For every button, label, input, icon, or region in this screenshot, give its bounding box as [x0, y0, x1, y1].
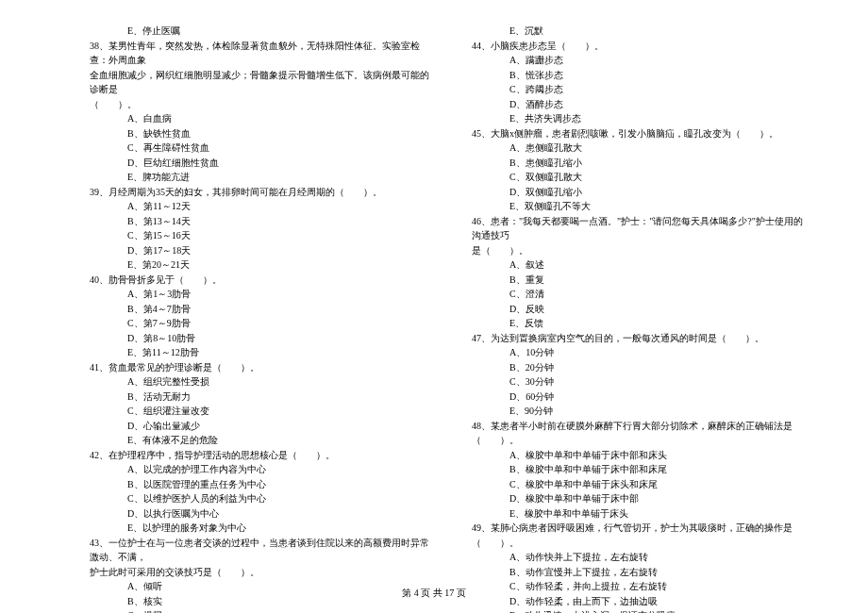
q49-stem: 49、某肺心病患者因呼吸困难，行气管切开，护士为其吸痰时，正确的操作是（ ）。	[472, 521, 811, 550]
q42-stem: 42、在护理程序中，指导护理活动的思想核心是（ ）。	[90, 448, 429, 463]
q46-option-b: B、重复	[472, 273, 811, 288]
q48-option-a: A、橡胶中单和中单铺于床中部和床头	[472, 448, 811, 463]
q38-blank: （ ）。	[90, 97, 429, 112]
q42-option-d: D、以执行医嘱为中心	[90, 506, 429, 522]
q39-option-e: E、第20～21天	[90, 257, 429, 273]
q38-stem: 38、某男性青年，突然发热，体检除显著贫血貌外，无特殊阳性体征。实验室检查：外周…	[90, 39, 429, 68]
q46-option-d: D、反映	[472, 302, 811, 317]
q47-option-e: E、90分钟	[472, 404, 811, 419]
q42-option-c: C、以维护医护人员的利益为中心	[90, 491, 429, 506]
q46-option-e: E、反馈	[472, 316, 811, 331]
q45-option-c: C、双侧瞳孔散大	[472, 170, 811, 185]
q46-stem-cont: 是（ ）。	[472, 243, 811, 258]
q38-option-c: C、再生障碍性贫血	[90, 141, 429, 156]
q41-stem: 41、贫血最常见的护理诊断是（ ）。	[90, 360, 429, 375]
q43-stem: 43、一位护士在与一位患者交谈的过程中，当患者谈到住院以来的高额费用时异常激动、…	[90, 536, 429, 565]
q43-option-e: E、沉默	[472, 24, 811, 39]
q48-option-e: E、橡胶中单和中单铺于床头	[472, 506, 811, 522]
q48-option-d: D、橡胶中单和中单铺于床中部	[472, 491, 811, 506]
q44-option-c: C、跨阈步态	[472, 82, 811, 97]
q49-option-b: B、动作宜慢并上下提拉，左右旋转	[472, 565, 811, 580]
q41-option-b: B、活动无耐力	[90, 389, 429, 405]
q47-option-c: C、30分钟	[472, 374, 811, 389]
right-column: E、沉默 44、小脑疾患步态呈（ ）。 A、蹒跚步态 B、慌张步态 C、跨阈步态…	[472, 24, 811, 566]
page-footer: 第 4 页 共 17 页	[0, 587, 868, 600]
q43-option-c: C、提问	[90, 608, 429, 613]
q39-option-b: B、第13～14天	[90, 214, 429, 229]
q46-option-c: C、澄清	[472, 287, 811, 302]
q38-option-d: D、巨幼红细胞性贫血	[90, 156, 429, 171]
q38-option-b: B、缺铁性贫血	[90, 126, 429, 141]
q45-option-b: B、患侧瞳孔缩小	[472, 156, 811, 171]
q38-stem-cont: 全血细胞减少，网织红细胞明显减少；骨髓象提示骨髓增生低下。该病例最可能的诊断是	[90, 68, 429, 97]
q42-option-a: A、以完成的护理工作内容为中心	[90, 462, 429, 477]
q40-option-c: C、第7～9肋骨	[90, 316, 429, 331]
q47-option-d: D、60分钟	[472, 389, 811, 405]
q44-option-d: D、酒醉步态	[472, 97, 811, 112]
content-columns: E、停止医嘱 38、某男性青年，突然发热，体检除显著贫血貌外，无特殊阳性体征。实…	[90, 24, 811, 566]
q41-option-d: D、心输出量减少	[90, 419, 429, 434]
left-column: E、停止医嘱 38、某男性青年，突然发热，体检除显著贫血貌外，无特殊阳性体征。实…	[90, 24, 429, 566]
q47-option-a: A、10分钟	[472, 345, 811, 360]
q48-option-b: B、橡胶中单和中单铺于床中部和床尾	[472, 462, 811, 477]
q48-stem: 48、某患者半小时前在硬膜外麻醉下行胃大部分切除术，麻醉床的正确铺法是（ ）。	[472, 419, 811, 448]
q42-option-e: E、以护理的服务对象为中心	[90, 521, 429, 536]
q40-stem: 40、肋骨骨折多见于（ ）。	[90, 273, 429, 288]
q38-option-e: E、脾功能亢进	[90, 170, 429, 185]
q44-stem: 44、小脑疾患步态呈（ ）。	[472, 39, 811, 54]
q41-option-a: A、组织完整性受损	[90, 374, 429, 389]
q45-option-a: A、患侧瞳孔散大	[472, 141, 811, 156]
q43-stem-cont: 护士此时可采用的交谈技巧是（ ）。	[90, 565, 429, 580]
q40-option-a: A、第1～3肋骨	[90, 287, 429, 302]
q45-stem: 45、大脑x侧肿瘤，患者剧烈咳嗽，引发小脑脑疝，瞳孔改变为（ ）。	[472, 126, 811, 141]
q49-option-e: E、动作迅速，由浅入深，保证充分吸痰	[472, 608, 811, 613]
q37-option-e: E、停止医嘱	[90, 24, 429, 39]
q41-option-e: E、有体液不足的危险	[90, 433, 429, 448]
q47-stem: 47、为达到置换病室内空气的目的，一般每次通风的时间是（ ）。	[472, 331, 811, 346]
q44-option-b: B、慌张步态	[472, 68, 811, 83]
q46-stem: 46、患者："我每天都要喝一点酒。"护士："请问您每天具体喝多少?"护士使用的沟…	[472, 214, 811, 243]
q41-option-c: C、组织灌注量改变	[90, 404, 429, 419]
q38-option-a: A、白血病	[90, 111, 429, 126]
q46-option-a: A、叙述	[472, 257, 811, 273]
q44-option-a: A、蹒跚步态	[472, 53, 811, 68]
q42-option-b: B、以医院管理的重点任务为中心	[90, 477, 429, 492]
q40-option-d: D、第8～10肋骨	[90, 331, 429, 346]
q45-option-e: E、双侧瞳孔不等大	[472, 199, 811, 214]
q47-option-b: B、20分钟	[472, 360, 811, 375]
q45-option-d: D、双侧瞳孔缩小	[472, 185, 811, 200]
q49-option-a: A、动作快并上下提拉，左右旋转	[472, 550, 811, 565]
q39-option-a: A、第11～12天	[90, 199, 429, 214]
q39-option-c: C、第15～16天	[90, 228, 429, 243]
q48-option-c: C、橡胶中单和中单铺于床头和床尾	[472, 477, 811, 492]
q44-option-e: E、共济失调步态	[472, 111, 811, 126]
q39-option-d: D、第17～18天	[90, 243, 429, 258]
q40-option-b: B、第4～7肋骨	[90, 302, 429, 317]
q39-stem: 39、月经周期为35天的妇女，其排卵时间可能在月经周期的（ ）。	[90, 185, 429, 200]
q40-option-e: E、第11～12肋骨	[90, 345, 429, 360]
